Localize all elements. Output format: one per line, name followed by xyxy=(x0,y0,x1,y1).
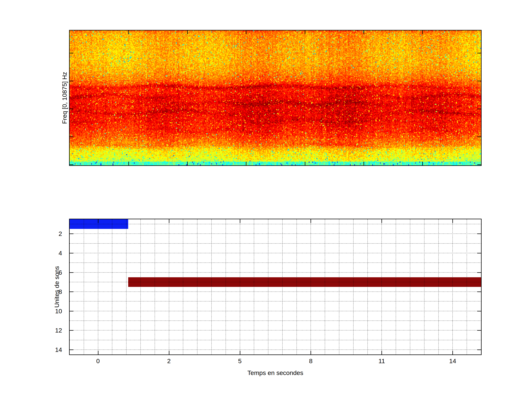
v-gridline xyxy=(396,219,396,355)
y-tick xyxy=(477,349,481,350)
h-gridline xyxy=(70,291,481,292)
top-plot-x-tick xyxy=(187,162,188,165)
y-tick xyxy=(70,330,73,331)
v-gridline xyxy=(98,219,98,355)
v-gridline xyxy=(282,219,283,355)
top-plot-y-tick xyxy=(70,53,73,53)
x-tick xyxy=(310,351,311,355)
y-tick xyxy=(70,349,73,350)
v-gridline xyxy=(112,219,112,355)
x-tick-label: 2 xyxy=(167,358,171,364)
y-tick xyxy=(70,272,73,273)
matlab-figure: Freq [0, 10875] Hz 025811142468101214 Un… xyxy=(0,0,532,399)
h-gridline xyxy=(70,262,481,263)
top-plot-y-tick xyxy=(477,109,481,109)
v-gridline xyxy=(254,219,254,355)
y-tick xyxy=(477,311,481,311)
h-gridline xyxy=(70,311,481,311)
top-plot-y-tick xyxy=(477,53,481,53)
v-gridline xyxy=(126,219,127,355)
x-tick xyxy=(98,351,98,355)
h-gridline xyxy=(70,272,481,273)
top-plot-x-tick xyxy=(364,31,364,34)
x-tick-label: 8 xyxy=(309,358,313,364)
h-gridline xyxy=(70,340,481,340)
y-tick xyxy=(477,291,481,292)
v-gridline xyxy=(226,219,226,355)
y-tick xyxy=(70,253,73,253)
v-gridline xyxy=(169,219,169,355)
x-tick-label: 0 xyxy=(96,358,100,364)
top-plot-x-tick xyxy=(364,162,364,165)
h-gridline xyxy=(70,330,481,330)
h-gridline xyxy=(70,301,481,301)
v-gridline xyxy=(310,219,311,355)
x-axis-label: Temps en secondes xyxy=(69,369,481,376)
top-plot-x-tick xyxy=(422,162,423,165)
y-tick xyxy=(70,234,73,234)
top-plot-x-tick xyxy=(128,31,129,34)
v-gridline xyxy=(84,219,84,355)
y-tick xyxy=(477,272,481,273)
top-ylabel: Freq [0, 10875] Hz xyxy=(61,30,68,166)
x-tick-label: 5 xyxy=(238,358,242,364)
x-tick xyxy=(452,351,453,355)
h-gridline xyxy=(70,349,481,350)
h-gridline xyxy=(70,224,481,224)
v-gridline xyxy=(424,219,424,355)
x-tick xyxy=(169,219,169,223)
x-tick xyxy=(310,219,311,223)
y-tick xyxy=(70,311,73,311)
h-gridline xyxy=(70,253,481,253)
spectrogram-area xyxy=(70,31,481,165)
units-plot: 025811142468101214 xyxy=(69,219,481,355)
v-gridline xyxy=(410,219,410,355)
v-gridline xyxy=(367,219,368,355)
y-tick xyxy=(70,291,73,292)
top-plot-y-tick xyxy=(70,165,73,165)
y-tick xyxy=(477,253,481,253)
x-tick-label: 11 xyxy=(379,358,385,364)
v-gridline xyxy=(381,219,382,355)
units-plot-area xyxy=(70,219,481,355)
top-plot-x-tick xyxy=(246,162,247,165)
top-plot-x-tick xyxy=(187,31,188,34)
v-gridline xyxy=(140,219,141,355)
top-plot-x-tick xyxy=(305,31,305,34)
spectrogram-plot xyxy=(69,30,481,166)
v-gridline xyxy=(297,219,297,355)
v-gridline xyxy=(211,219,212,355)
top-plot-y-tick xyxy=(477,165,481,165)
top-plot-y-tick xyxy=(70,137,73,137)
top-plot-y-tick xyxy=(70,109,73,109)
spectrogram-image xyxy=(70,31,481,165)
x-tick xyxy=(381,219,382,223)
top-plot-x-tick xyxy=(128,162,129,165)
x-tick xyxy=(452,219,453,223)
top-plot-y-tick xyxy=(70,81,73,81)
y-tick xyxy=(477,330,481,331)
y-tick xyxy=(477,234,481,234)
v-gridline xyxy=(438,219,439,355)
h-gridline xyxy=(70,234,481,234)
top-plot-x-tick xyxy=(246,31,247,34)
v-gridline xyxy=(467,219,467,355)
bottom-ylabel: Unites de sons xyxy=(53,219,60,355)
h-gridline xyxy=(70,243,481,244)
x-tick xyxy=(381,351,382,355)
v-gridline xyxy=(353,219,354,355)
v-gridline xyxy=(155,219,155,355)
x-tick xyxy=(240,219,240,223)
x-tick xyxy=(169,351,169,355)
v-gridline xyxy=(452,219,453,355)
top-plot-x-tick xyxy=(305,162,305,165)
h-gridline xyxy=(70,321,481,321)
v-gridline xyxy=(268,219,268,355)
x-tick-label: 14 xyxy=(449,358,456,364)
v-gridline xyxy=(325,219,325,355)
x-tick xyxy=(98,219,98,223)
top-plot-y-tick xyxy=(477,137,481,137)
v-gridline xyxy=(183,219,183,355)
v-gridline xyxy=(197,219,197,355)
v-gridline xyxy=(339,219,339,355)
